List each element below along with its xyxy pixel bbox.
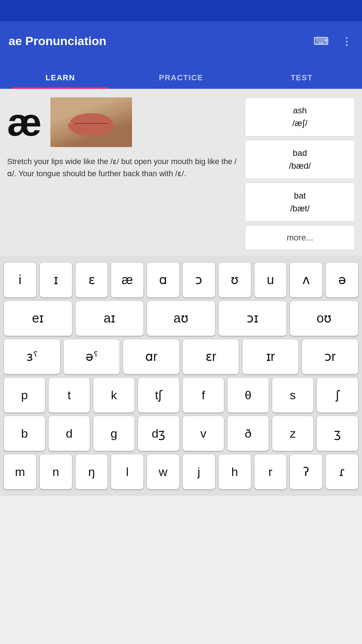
tab-learn[interactable]: LEARN: [0, 73, 121, 89]
keyboard-row-6: m n ŋ l w j h r ʔ ɾ: [4, 454, 358, 489]
key-upsilon[interactable]: ʊ: [218, 262, 251, 298]
key-eth[interactable]: ð: [227, 416, 269, 451]
key-p[interactable]: p: [4, 377, 45, 413]
key-alpha[interactable]: ɑ: [147, 262, 180, 298]
key-open-o[interactable]: ɔ: [182, 262, 215, 298]
key-b[interactable]: b: [4, 416, 45, 451]
mouth-image: [50, 97, 132, 147]
app-bar-actions: ⌨ ⋮: [312, 33, 353, 49]
ipa-keyboard: i ɪ ɛ æ ɑ ɔ ʊ u ʌ ə eɪ aɪ aʊ ɔɪ oʊ ɜˤ əˤ…: [0, 256, 362, 496]
key-ar[interactable]: ɑr: [123, 339, 180, 374]
word-card-ash[interactable]: ash /æʃ/: [245, 97, 355, 136]
status-bar: [0, 0, 362, 21]
key-f[interactable]: f: [182, 377, 224, 413]
ipa-bat: /bæt/: [249, 202, 351, 215]
key-esh[interactable]: ʃ: [317, 377, 358, 413]
main-content: æ Stretch your lips wide like the /ɛ/ bu…: [0, 89, 362, 256]
key-ei[interactable]: eɪ: [4, 301, 72, 336]
ipa-bad: /bæd/: [249, 159, 351, 172]
word-ash: ash: [249, 104, 351, 117]
key-m[interactable]: m: [4, 454, 37, 489]
ipa-ash: /æʃ/: [249, 117, 351, 130]
word-bad: bad: [249, 147, 351, 159]
key-small-capital-i[interactable]: ɪ: [39, 262, 72, 298]
key-schwa[interactable]: ə: [325, 262, 358, 298]
key-l[interactable]: l: [111, 454, 144, 489]
key-k[interactable]: k: [93, 377, 135, 413]
key-open-mid-central-r[interactable]: ɜˤ: [4, 339, 60, 374]
keyboard-row-5: b d g dʒ v ð z ʒ: [4, 416, 358, 451]
phoneme-display: æ: [7, 97, 239, 147]
key-or[interactable]: ɔr: [302, 339, 358, 374]
key-g[interactable]: g: [93, 416, 135, 451]
keyboard-row-1: i ɪ ɛ æ ɑ ɔ ʊ u ʌ ə: [4, 262, 358, 298]
key-theta[interactable]: θ: [227, 377, 269, 413]
key-z[interactable]: z: [272, 416, 314, 451]
key-w[interactable]: w: [147, 454, 180, 489]
key-flap[interactable]: ɾ: [325, 454, 358, 489]
key-ezh[interactable]: ʒ: [317, 416, 358, 451]
key-ae[interactable]: æ: [111, 262, 144, 298]
key-s[interactable]: s: [272, 377, 314, 413]
tab-test[interactable]: TEST: [241, 73, 362, 89]
key-au[interactable]: aʊ: [147, 301, 215, 336]
more-button[interactable]: more...: [245, 225, 355, 250]
key-schwa-r[interactable]: əˤ: [63, 339, 120, 374]
phoneme-description: Stretch your lips wide like the /ɛ/ but …: [7, 156, 239, 180]
keyboard-row-4: p t k tʃ f θ s ʃ: [4, 377, 358, 413]
word-card-bat[interactable]: bat /bæt/: [245, 183, 355, 222]
key-ai[interactable]: aɪ: [75, 301, 144, 336]
key-dzh[interactable]: dʒ: [138, 416, 180, 451]
lips-upper: [70, 113, 113, 123]
menu-button[interactable]: ⋮: [340, 33, 353, 49]
left-panel: æ Stretch your lips wide like the /ɛ/ bu…: [7, 97, 239, 250]
key-j[interactable]: j: [182, 454, 215, 489]
key-wedge[interactable]: ʌ: [290, 262, 323, 298]
key-n[interactable]: n: [39, 454, 72, 489]
key-v[interactable]: v: [182, 416, 224, 451]
word-bat: bat: [249, 189, 351, 202]
key-ir[interactable]: ɪr: [242, 339, 299, 374]
key-r[interactable]: r: [254, 454, 287, 489]
word-card-bad[interactable]: bad /bæd/: [245, 140, 355, 179]
lips-lower: [68, 124, 114, 136]
key-ou[interactable]: oʊ: [290, 301, 358, 336]
key-eng[interactable]: ŋ: [75, 454, 108, 489]
app-title: ae Pronunciation: [9, 34, 106, 48]
keyboard-row-3: ɜˤ əˤ ɑr ɛr ɪr ɔr: [4, 339, 358, 374]
key-h[interactable]: h: [218, 454, 251, 489]
keyboard-icon-button[interactable]: ⌨: [312, 33, 330, 49]
key-er[interactable]: ɛr: [182, 339, 239, 374]
right-panel: ash /æʃ/ bad /bæd/ bat /bæt/ more...: [245, 97, 355, 250]
key-tsh[interactable]: tʃ: [138, 377, 180, 413]
keyboard-row-2: eɪ aɪ aʊ ɔɪ oʊ: [4, 301, 358, 336]
key-i[interactable]: i: [4, 262, 37, 298]
key-t[interactable]: t: [48, 377, 90, 413]
keyboard-icon: ⌨: [313, 35, 329, 47]
key-glottal-stop[interactable]: ʔ: [290, 454, 323, 489]
more-vert-icon: ⋮: [341, 35, 352, 47]
key-u[interactable]: u: [254, 262, 287, 298]
key-epsilon[interactable]: ɛ: [75, 262, 108, 298]
app-bar: ae Pronunciation ⌨ ⋮: [0, 21, 362, 60]
key-oi[interactable]: ɔɪ: [218, 301, 287, 336]
tab-practice[interactable]: PRACTICE: [121, 73, 241, 89]
phoneme-symbol: æ: [7, 103, 42, 142]
tab-bar: LEARN PRACTICE TEST: [0, 60, 362, 89]
key-d[interactable]: d: [48, 416, 90, 451]
